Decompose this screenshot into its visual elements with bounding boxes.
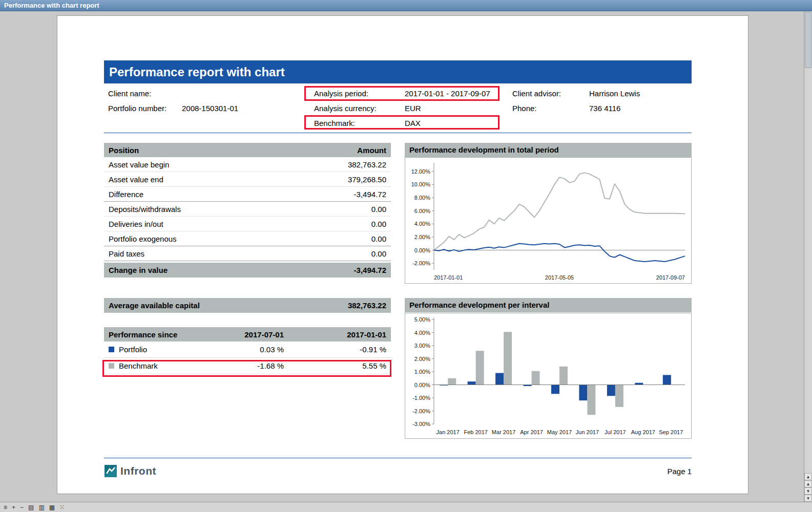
svg-text:May 2017: May 2017 [547, 429, 572, 435]
svg-text:10.00%: 10.00% [411, 181, 431, 187]
phone-value: 736 4116 [589, 104, 620, 113]
scroll-up-icon[interactable]: ▲ [804, 473, 812, 480]
performance-row: Portfolio0.03 %-0.91 % [104, 342, 391, 358]
svg-text:0.00%: 0.00% [414, 247, 430, 253]
scroll-down-icon[interactable]: ▼ [804, 495, 812, 502]
position-row-label: Asset value begin [109, 160, 169, 169]
svg-text:Jan 2017: Jan 2017 [436, 429, 460, 435]
svg-text:8.00%: 8.00% [414, 195, 430, 201]
interval-chart: 5.00%4.00%3.00%2.00%1.00%0.00%-1.00%-2.0… [405, 313, 692, 439]
total-period-chart: 12.00%10.00%8.00%6.00%4.00%2.00%0.00%-2.… [405, 157, 692, 284]
position-row-label: Asset value end [109, 175, 163, 184]
svg-text:4.00%: 4.00% [414, 330, 430, 336]
page-number: Page 1 [615, 467, 692, 476]
position-row-label: Portfolio exogenous [109, 234, 177, 243]
svg-text:Jun 2017: Jun 2017 [576, 429, 599, 435]
position-row-value: 382,763.22 [348, 160, 386, 169]
svg-text:0.00%: 0.00% [414, 382, 430, 388]
position-row: Asset value begin382,763.22 [104, 157, 391, 172]
svg-text:2017-09-07: 2017-09-07 [656, 274, 685, 281]
svg-text:4.00%: 4.00% [414, 221, 430, 227]
svg-text:2017-05-05: 2017-05-05 [545, 274, 574, 281]
performance-table-header: Performance since 2017-07-01 2017-01-01 [104, 327, 391, 342]
position-row: Difference-3,494.72 [104, 187, 391, 202]
interval-chart-title: Performance development per interval [405, 298, 692, 312]
infront-logo-icon [104, 464, 117, 478]
performance-table: Performance since 2017-07-01 2017-01-01 … [104, 327, 391, 374]
benchmark-label: Benchmark: [314, 119, 355, 127]
svg-text:5.00%: 5.00% [414, 316, 430, 323]
average-capital-bar: Average available capital 382,763.22 [104, 298, 391, 313]
amount-header: Amount [357, 146, 386, 155]
infront-logo: Infront [104, 464, 156, 478]
performance-value-col1: -1.68 % [207, 361, 284, 370]
report-page: Performance report with chart Client nam… [57, 15, 748, 494]
performance-value-col1: 0.03 % [207, 345, 284, 354]
grid-view-icon[interactable]: ▦ [49, 503, 55, 512]
header-divider [104, 133, 692, 133]
document-viewport[interactable]: Performance report with chart Client nam… [0, 11, 804, 502]
report-banner: Performance report with chart [104, 60, 692, 83]
position-row-label: Deliveries in/out [109, 220, 163, 228]
performance-row-label: Portfolio [119, 345, 147, 354]
performance-row-label: Benchmark [119, 361, 158, 370]
single-page-icon[interactable]: ▤ [28, 503, 34, 512]
analysis-currency-label: Analysis currency: [314, 104, 377, 113]
svg-text:-2.00%: -2.00% [412, 260, 430, 266]
analysis-period-value: 2017-01-01 - 2017-09-07 [405, 89, 490, 98]
change-in-value-amount: -3,494.72 [354, 266, 386, 274]
average-capital-label: Average available capital [109, 301, 200, 310]
client-name-label: Client name: [108, 89, 151, 98]
position-row: Deliveries in/out0.00 [104, 217, 391, 231]
performance-value-col2: -0.91 % [284, 345, 386, 354]
position-row-value: 0.00 [371, 249, 386, 258]
portfolio-number-label: Portfolio number: [108, 104, 166, 113]
position-header: Position [109, 146, 139, 155]
analysis-period-label: Analysis period: [314, 89, 368, 98]
change-in-value-row: Change in value -3,494.72 [104, 263, 391, 278]
client-advisor-label: Client advisor: [512, 89, 561, 98]
zoom-in-icon[interactable]: + [12, 503, 15, 512]
vertical-scrollbar[interactable]: ▲▲▼▼ [804, 11, 812, 502]
position-row-value: 379,268.50 [348, 175, 386, 184]
portfolio-number-value: 2008-150301-01 [182, 104, 238, 113]
change-in-value-label: Change in value [109, 266, 168, 274]
average-capital-value: 382,763.22 [348, 301, 386, 310]
svg-text:2.00%: 2.00% [414, 234, 430, 240]
position-row-label: Deposits/withdrawals [109, 205, 181, 214]
footer-divider [104, 458, 692, 458]
page-down-icon[interactable]: ▼ [804, 487, 812, 495]
svg-text:Sep 2017: Sep 2017 [659, 429, 683, 435]
svg-text:-1.00%: -1.00% [412, 395, 430, 401]
svg-text:Apr 2017: Apr 2017 [520, 429, 543, 435]
svg-text:Aug 2017: Aug 2017 [631, 429, 655, 435]
two-page-icon[interactable]: ▥ [38, 503, 44, 512]
zoom-out-icon[interactable]: − [20, 503, 24, 512]
performance-value-col2: 5.55 % [284, 361, 386, 370]
menu-icon[interactable]: ≡ [4, 503, 7, 512]
svg-text:1.00%: 1.00% [414, 369, 430, 375]
page-up-icon[interactable]: ▲ [804, 480, 812, 487]
series-swatch-icon [109, 347, 114, 352]
benchmark-value: DAX [405, 119, 421, 127]
report-title: Performance report with chart [109, 65, 285, 79]
position-row-value: 0.00 [371, 205, 386, 214]
scrollbar-thumb[interactable] [805, 12, 811, 68]
client-advisor-value: Harrison Lewis [589, 89, 640, 98]
thumbnails-icon[interactable]: ⁙ [59, 503, 65, 512]
position-row: Paid taxes0.00 [104, 246, 391, 261]
scroll-buttons: ▲▲▼▼ [804, 473, 812, 502]
position-row-value: 0.00 [371, 234, 386, 243]
svg-text:3.00%: 3.00% [414, 343, 430, 349]
phone-label: Phone: [512, 104, 537, 113]
svg-text:Feb 2017: Feb 2017 [464, 429, 487, 435]
svg-text:-2.00%: -2.00% [412, 408, 430, 414]
performance-table-body: Portfolio0.03 %-0.91 %Benchmark-1.68 %5.… [104, 342, 391, 374]
svg-text:Mar 2017: Mar 2017 [492, 429, 515, 435]
window-title: Performance with chart report [4, 2, 99, 9]
position-row: Deposits/withdrawals0.00 [104, 202, 391, 217]
svg-text:12.00%: 12.00% [411, 168, 431, 175]
position-row-value: 0.00 [371, 220, 386, 228]
svg-text:6.00%: 6.00% [414, 208, 430, 214]
analysis-currency-value: EUR [405, 104, 421, 113]
